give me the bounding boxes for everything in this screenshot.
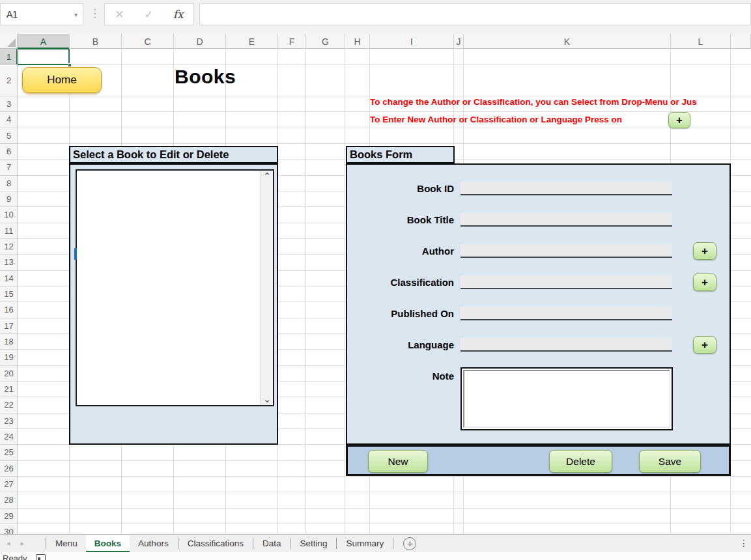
tab-separator [393,538,393,549]
sheet-tab-setting[interactable]: Setting [291,535,335,552]
scrollbar-up-icon[interactable]: ⌃ [261,171,274,182]
row-header-27[interactable]: 27 [0,477,18,492]
new-button[interactable]: New [368,450,428,473]
row-header-26[interactable]: 26 [0,461,18,477]
home-button[interactable]: Home [22,67,102,93]
row-header-17[interactable]: 17 [0,318,18,334]
sheet-tab-authors[interactable]: Authors [130,535,177,552]
instruction-line-2: To Enter New Author or Classification or… [370,115,622,124]
delete-button[interactable]: Delete [549,450,612,473]
field-input-classification[interactable] [461,275,672,289]
column-header-partial[interactable] [731,34,751,49]
row-header-1[interactable]: 1 [0,49,18,65]
listbox-selection-caret [74,248,77,260]
sheet-tab-data[interactable]: Data [254,535,290,552]
row-header-18[interactable]: 18 [0,334,18,350]
column-header-B[interactable]: B [70,34,122,49]
field-label-book-title: Book Title [348,213,454,227]
sheet-grid[interactable]: Home Books To change the Author or Class… [18,49,751,534]
column-header-J[interactable]: J [454,34,464,49]
row-header-29[interactable]: 29 [0,509,18,524]
row-header-6[interactable]: 6 [0,144,18,160]
row-header-21[interactable]: 21 [0,382,18,397]
listbox-scrollbar[interactable]: ⌃ ⌄ [260,171,273,405]
row-header-7[interactable]: 7 [0,160,18,175]
row-header-22[interactable]: 22 [0,397,18,413]
insert-function-icon[interactable]: fx [173,8,184,21]
add-classification-button[interactable]: + [693,273,716,291]
row-header-11[interactable]: 11 [0,223,18,239]
instruction-line-1: To change the Author or Classification, … [370,97,697,107]
tab-nav-left-icon[interactable]: ◂ [7,539,10,548]
field-input-book-id[interactable] [461,182,672,195]
tab-separator [336,538,337,549]
name-box-dropdown-icon[interactable]: ▾ [74,11,78,18]
sheet-tab-summary[interactable]: Summary [337,535,392,552]
new-sheet-button[interactable]: + [403,537,416,550]
field-input-language[interactable] [461,338,672,352]
row-header-14[interactable]: 14 [0,271,18,287]
column-header-D[interactable]: D [174,34,226,49]
cancel-icon[interactable]: ✕ [115,8,124,21]
row-header-5[interactable]: 5 [0,128,18,144]
sheet-tab-classifications[interactable]: Classifications [179,535,252,552]
formula-input[interactable] [199,3,751,25]
scrollbar-down-icon[interactable]: ⌄ [261,393,274,405]
column-header-E[interactable]: E [226,34,278,49]
formula-bar-drag-handle-icon: ⋮ [89,7,100,20]
book-selector-panel: ⌃ ⌄ [69,163,278,445]
field-label-published-on: Published On [348,307,454,320]
row-header-19[interactable]: 19 [0,350,18,365]
field-label-author: Author [348,244,454,258]
note-field[interactable] [461,367,673,430]
add-new-entry-button[interactable]: + [668,112,690,128]
row-header-15[interactable]: 15 [0,287,18,302]
row-header-30[interactable]: 30 [0,524,18,534]
row-header-12[interactable]: 12 [0,239,18,255]
row-header-28[interactable]: 28 [0,492,18,508]
row-header-25[interactable]: 25 [0,445,18,460]
tab-separator [178,538,178,549]
row-header-3[interactable]: 3 [0,96,18,112]
field-input-book-title[interactable] [461,213,672,227]
row-header-24[interactable]: 24 [0,429,18,445]
tab-bar-options-icon[interactable]: ⋮ [739,538,748,548]
column-header-L[interactable]: L [671,34,731,49]
add-language-button[interactable]: + [693,336,716,354]
column-header-G[interactable]: G [306,34,345,49]
tab-nav-right-icon[interactable]: ▸ [21,539,25,548]
field-input-published-on[interactable] [461,307,672,320]
row-header-4[interactable]: 4 [0,112,18,128]
macro-record-icon[interactable] [36,554,46,560]
select-all-corner[interactable] [0,34,18,49]
column-header-A[interactable]: A [18,34,70,49]
enter-icon[interactable]: ✓ [144,8,153,21]
column-header-F[interactable]: F [278,34,306,49]
field-input-author[interactable] [461,244,672,258]
row-header-9[interactable]: 9 [0,191,18,207]
selected-cell-outline [18,49,70,65]
row-header-2[interactable]: 2 [0,65,18,96]
column-header-C[interactable]: C [122,34,174,49]
row-header-16[interactable]: 16 [0,302,18,318]
sheet-tab-menu[interactable]: Menu [47,535,86,552]
tab-separator [253,538,253,549]
column-header-I[interactable]: I [370,34,454,49]
column-header-H[interactable]: H [345,34,370,49]
save-button[interactable]: Save [639,450,701,473]
formula-bar-buttons: ✕ ✓ fx [104,3,194,25]
row-header-13[interactable]: 13 [0,255,18,270]
column-header-K[interactable]: K [464,34,671,49]
name-box[interactable]: A1 ▾ [0,3,83,25]
book-listbox[interactable]: ⌃ ⌄ [76,169,274,406]
sheet-tab-books[interactable]: Books [86,535,130,552]
row-header-20[interactable]: 20 [0,366,18,382]
row-header-23[interactable]: 23 [0,413,18,429]
books-form-header: Books Form [346,146,455,163]
column-headers: ABCDEFGHIJKL [18,34,751,49]
row-header-10[interactable]: 10 [0,207,18,223]
row-header-8[interactable]: 8 [0,176,18,191]
tab-separator [290,538,290,549]
add-author-button[interactable]: + [693,242,716,260]
form-button-bar: New Delete Save [346,445,731,476]
